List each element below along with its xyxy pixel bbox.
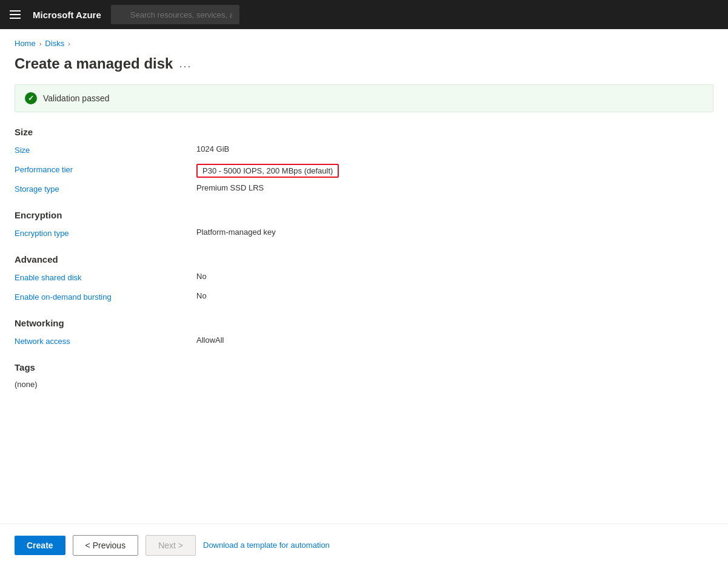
encryption-section-title: Encryption xyxy=(15,210,713,220)
performance-tier-field-row: Performance tier P30 - 5000 IOPS, 200 MB… xyxy=(15,164,713,178)
brand-name: Microsoft Azure xyxy=(33,10,101,20)
tags-section-title: Tags xyxy=(15,362,713,372)
breadcrumb-disks[interactable]: Disks xyxy=(45,39,64,48)
encryption-type-label[interactable]: Encryption type xyxy=(15,227,196,238)
tags-none-row: (none) xyxy=(15,380,713,394)
encryption-section: Encryption Encryption type Platform-mana… xyxy=(15,210,713,242)
performance-tier-label[interactable]: Performance tier xyxy=(15,164,196,174)
performance-tier-value: P30 - 5000 IOPS, 200 MBps (default) xyxy=(196,164,339,178)
storage-type-value: Premium SSD LRS xyxy=(196,183,264,192)
breadcrumb-chevron-1: › xyxy=(39,40,42,47)
size-field-row: Size 1024 GiB xyxy=(15,144,713,159)
shared-disk-value: No xyxy=(196,272,207,281)
networking-section-title: Networking xyxy=(15,318,713,328)
networking-section: Networking Network access AllowAll xyxy=(15,318,713,350)
network-access-field-row: Network access AllowAll xyxy=(15,335,713,350)
shared-disk-label[interactable]: Enable shared disk xyxy=(15,272,196,282)
bursting-label[interactable]: Enable on-demand bursting xyxy=(15,291,196,302)
encryption-type-field-row: Encryption type Platform-managed key xyxy=(15,227,713,242)
page-title-row: Create a managed disk ... xyxy=(15,55,713,72)
validation-banner: Validation passed xyxy=(15,84,713,112)
validation-icon xyxy=(25,92,37,104)
size-label[interactable]: Size xyxy=(15,144,196,155)
network-access-value: AllowAll xyxy=(196,335,224,345)
storage-type-label[interactable]: Storage type xyxy=(15,183,196,194)
advanced-section-title: Advanced xyxy=(15,254,713,264)
shared-disk-field-row: Enable shared disk No xyxy=(15,272,713,286)
advanced-section: Advanced Enable shared disk No Enable on… xyxy=(15,254,713,306)
storage-type-field-row: Storage type Premium SSD LRS xyxy=(15,183,713,198)
bursting-value: No xyxy=(196,291,207,300)
search-wrapper: 🔍 xyxy=(111,5,463,24)
more-options-button[interactable]: ... xyxy=(179,58,192,70)
encryption-type-value: Platform-managed key xyxy=(196,227,276,237)
bursting-field-row: Enable on-demand bursting No xyxy=(15,291,713,306)
breadcrumb-home[interactable]: Home xyxy=(15,39,36,48)
size-section-title: Size xyxy=(15,127,713,137)
hamburger-menu[interactable] xyxy=(7,8,23,21)
search-input[interactable] xyxy=(111,5,239,24)
page-title: Create a managed disk xyxy=(15,55,173,72)
validation-text: Validation passed xyxy=(43,93,109,103)
top-navigation: Microsoft Azure 🔍 xyxy=(0,0,728,29)
breadcrumb: Home › Disks › xyxy=(15,39,713,48)
main-content: Home › Disks › Create a managed disk ...… xyxy=(0,29,728,524)
tags-none-value: (none) xyxy=(15,380,38,389)
breadcrumb-chevron-2: › xyxy=(68,40,70,47)
tags-section: Tags (none) xyxy=(15,362,713,394)
size-value: 1024 GiB xyxy=(196,144,229,153)
size-section: Size Size 1024 GiB Performance tier P30 … xyxy=(15,127,713,198)
network-access-label[interactable]: Network access xyxy=(15,335,196,346)
